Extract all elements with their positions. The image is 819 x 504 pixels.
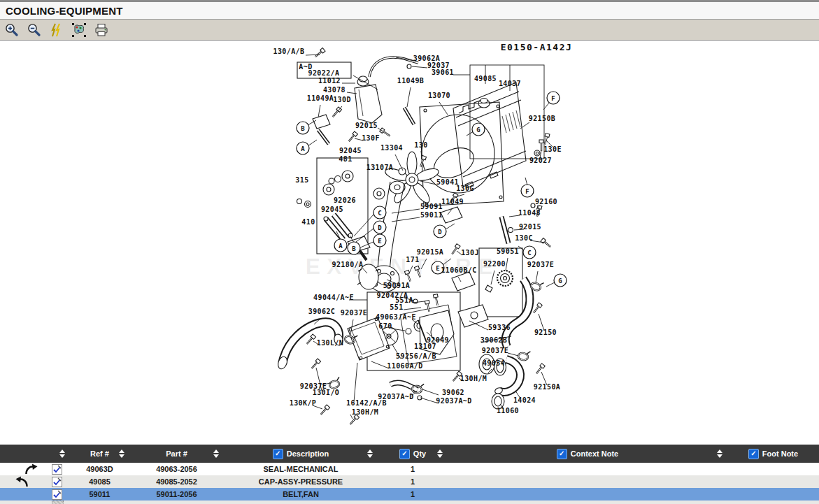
part-label[interactable]: 92150A (534, 383, 561, 391)
part-label[interactable]: 92037E (482, 347, 509, 354)
part-label[interactable]: 92015A (417, 248, 444, 256)
part-label[interactable]: 13304 (380, 144, 403, 152)
part-label[interactable]: 130E (543, 145, 562, 153)
part-label[interactable]: 92022/A (308, 69, 340, 77)
row-nav-cell[interactable] (0, 475, 43, 488)
part-label[interactable]: 43078 (323, 86, 346, 94)
column-checkbox[interactable]: ✓ (557, 449, 567, 459)
part-label[interactable]: 410 (301, 218, 315, 226)
part-label[interactable]: 59091 (420, 203, 443, 210)
part-label[interactable]: 14037 (499, 80, 521, 87)
part-label[interactable]: 92045 (339, 147, 362, 154)
part-label[interactable]: 130F (362, 134, 380, 142)
part-label[interactable]: 130K/P (290, 399, 317, 407)
part-label[interactable]: 130H/M (460, 375, 487, 382)
part-label[interactable]: 92150B (529, 115, 556, 122)
part-label[interactable]: 39062B (480, 336, 508, 344)
part-label[interactable]: 130L/N (317, 339, 344, 347)
part-label[interactable]: 92037A~D (378, 393, 413, 401)
part-label[interactable]: 481 (339, 155, 352, 163)
part-label[interactable]: 11048 (518, 209, 541, 217)
part-label[interactable]: 49063/A~E (376, 313, 416, 321)
part-label[interactable]: 39062 (442, 389, 464, 396)
row-note-cell[interactable] (43, 475, 70, 488)
part-label[interactable]: 11049A (307, 94, 334, 102)
part-label[interactable]: 59256/A/B (396, 352, 436, 360)
part-label[interactable]: 92037E (527, 261, 555, 268)
zoom-out-button[interactable] (25, 22, 43, 38)
part-label[interactable]: 13107A (366, 164, 394, 171)
diagram-toolbar (0, 20, 819, 41)
part-label[interactable]: 11049B (397, 77, 425, 85)
row-note-cell[interactable] (43, 488, 70, 501)
sort-control[interactable] (213, 449, 219, 458)
part-label[interactable]: 130G (456, 185, 474, 192)
part-label[interactable]: 130J (461, 249, 479, 257)
sort-control[interactable] (119, 449, 124, 458)
part-label[interactable]: 315 (295, 176, 308, 184)
part-label[interactable]: 130I/O (313, 389, 340, 396)
part-label[interactable]: 11060 (497, 407, 519, 415)
part-label[interactable]: 11012 (318, 77, 341, 85)
column-header: ✓Description (224, 445, 378, 463)
part-label[interactable]: 130 (414, 141, 427, 149)
part-label[interactable]: 14024 (513, 396, 536, 404)
part-label[interactable]: 551 (390, 303, 403, 311)
part-label[interactable]: 130H/M (352, 408, 379, 416)
row-nav-cell[interactable] (0, 463, 43, 475)
part-label[interactable]: 59336 (488, 324, 511, 331)
column-header: ✓Qty (378, 445, 448, 463)
table-row-partial[interactable] (0, 501, 819, 504)
column-checkbox[interactable]: ✓ (748, 449, 759, 459)
sort-control[interactable] (59, 449, 65, 458)
part-label[interactable]: 59051 (497, 247, 519, 255)
hotspot-map-button[interactable] (70, 22, 88, 38)
part-label[interactable]: 130C (515, 234, 533, 242)
part-label[interactable]: 92026 (334, 196, 356, 204)
part-label[interactable]: 130D (333, 96, 351, 103)
cell-ref: 49085 (70, 475, 129, 488)
column-header: Ref # (70, 445, 129, 463)
part-label[interactable]: 92015 (355, 122, 378, 129)
row-note-cell[interactable] (43, 463, 70, 475)
part-label[interactable]: 92150 (534, 329, 557, 336)
column-checkbox[interactable]: ✓ (399, 449, 410, 459)
table-row[interactable]: 4908549085-2052CAP-ASSY-PRESSURE1 (0, 475, 819, 488)
diagram-code: E0150-A142J (501, 42, 573, 52)
zoom-in-button[interactable] (3, 22, 21, 38)
part-label[interactable]: 11060A/D (387, 362, 422, 370)
part-label[interactable]: 92015 (519, 223, 541, 231)
column-checkbox[interactable]: ✓ (273, 449, 283, 459)
part-label[interactable]: 171 (406, 256, 419, 264)
part-label[interactable]: 49085 (474, 75, 497, 82)
sort-control[interactable] (367, 449, 373, 458)
part-label[interactable]: 92160 (535, 198, 557, 206)
part-label[interactable]: 670 (378, 322, 392, 330)
part-label[interactable]: 39061 (432, 69, 454, 76)
table-row[interactable]: 5901159011-2056BELT,FAN1 (0, 488, 819, 501)
part-label[interactable]: 13107 (414, 343, 436, 350)
part-label[interactable]: 49054 (483, 359, 505, 367)
part-label[interactable]: 11060B/C (441, 266, 476, 274)
part-label[interactable]: 92180/A (332, 261, 364, 268)
part-label[interactable]: 92200 (483, 260, 506, 268)
part-label[interactable]: 92037E (341, 309, 368, 317)
table-row[interactable]: 49063D49063-2056SEAL-MECHANICAL1 (0, 463, 819, 475)
sort-control[interactable] (437, 449, 443, 458)
cell-part: 49063-2056 (129, 463, 224, 475)
part-label[interactable]: 59091A (383, 282, 411, 289)
part-label[interactable]: 13070 (428, 92, 450, 99)
part-label[interactable]: 130/A/B (273, 48, 305, 55)
flash-hotspots-button[interactable] (48, 22, 66, 38)
part-label[interactable]: 39062C (308, 308, 336, 315)
part-label[interactable]: 11049 (441, 198, 464, 206)
svg-text:D: D (378, 224, 382, 231)
part-label[interactable]: 92037A~D (436, 397, 471, 405)
print-button[interactable] (92, 22, 111, 38)
part-label[interactable]: 59011 (420, 211, 443, 219)
sort-control[interactable] (717, 449, 722, 458)
part-label[interactable]: 49044/A~E (313, 294, 354, 301)
part-label[interactable]: 92045 (321, 206, 343, 213)
svg-text:C: C (527, 250, 531, 257)
part-label[interactable]: 92027 (529, 157, 552, 164)
